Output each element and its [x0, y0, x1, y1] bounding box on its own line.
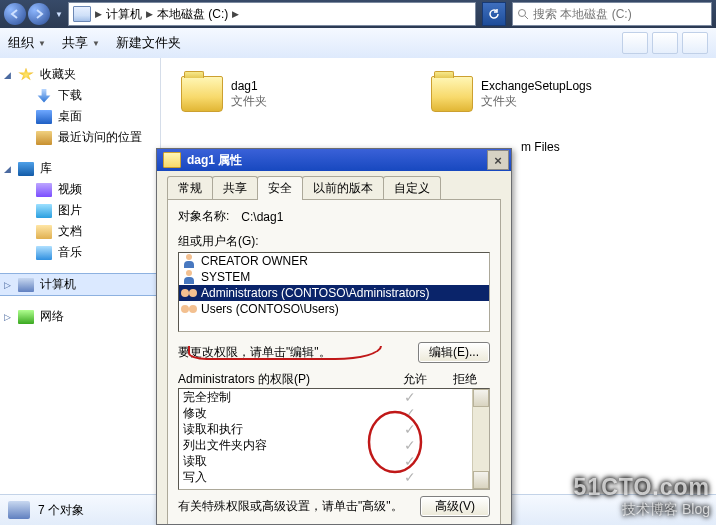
libraries-icon	[18, 162, 34, 176]
watermark: 51CTO.com 技术博客 Blog	[574, 474, 710, 519]
arrow-right-icon	[34, 9, 44, 19]
help-button[interactable]	[682, 32, 708, 54]
group-icon	[181, 302, 197, 316]
status-count: 7 个对象	[38, 502, 84, 519]
deny-header: 拒绝	[440, 371, 490, 388]
expand-icon: ◢	[4, 70, 11, 80]
chevron-down-icon: ▼	[92, 39, 100, 48]
user-icon	[181, 254, 197, 268]
nav-history-dropdown[interactable]: ▼	[52, 3, 66, 25]
folder-icon	[163, 152, 181, 168]
recent-icon	[36, 131, 52, 145]
tree-videos[interactable]: 视频	[0, 179, 160, 200]
computer-icon	[18, 278, 34, 292]
forward-button[interactable]	[28, 3, 50, 25]
tile-name: dag1	[231, 79, 267, 94]
document-icon	[36, 225, 52, 239]
navigation-bar: ▼ ▶ 计算机 ▶ 本地磁盘 (C:) ▶ 搜索 本地磁盘 (C:)	[0, 0, 716, 28]
object-name-value: C:\dag1	[241, 210, 283, 224]
expand-icon: ▷	[4, 312, 11, 322]
share-menu[interactable]: 共享▼	[62, 34, 100, 52]
picture-icon	[36, 204, 52, 218]
tab-previous[interactable]: 以前的版本	[302, 176, 384, 199]
tree-libraries[interactable]: ◢ 库	[0, 158, 160, 179]
allow-check-icon: ✓	[385, 422, 435, 436]
tab-custom[interactable]: 自定义	[383, 176, 441, 199]
tab-security[interactable]: 安全	[257, 176, 303, 200]
dialog-title: dag1 属性	[187, 152, 242, 169]
object-name-label: 对象名称:	[178, 208, 229, 225]
preview-pane-button[interactable]	[652, 32, 678, 54]
star-icon	[18, 68, 34, 82]
allow-check-icon: ✓	[385, 454, 435, 468]
crumb-drive-c[interactable]: 本地磁盘 (C:)	[157, 6, 228, 23]
refresh-button[interactable]	[482, 2, 506, 26]
arrow-left-icon	[10, 9, 20, 19]
principal-creator-owner[interactable]: CREATOR OWNER	[179, 253, 489, 269]
search-icon	[517, 8, 529, 20]
expand-icon: ◢	[4, 164, 11, 174]
allow-check-icon: ✓	[385, 406, 435, 420]
view-options-button[interactable]	[622, 32, 648, 54]
search-input[interactable]: 搜索 本地磁盘 (C:)	[512, 2, 712, 26]
svg-line-1	[525, 16, 528, 19]
drive-icon	[73, 6, 91, 22]
tree-music[interactable]: 音乐	[0, 242, 160, 263]
tile-name: ExchangeSetupLogs	[481, 79, 592, 94]
folder-tile-partial: m Files	[521, 140, 560, 155]
tree-favorites[interactable]: ◢ 收藏夹	[0, 64, 160, 85]
groups-label: 组或用户名(G):	[178, 233, 490, 250]
folder-tile-dag1[interactable]: dag1 文件夹	[181, 76, 267, 112]
edit-permissions-button[interactable]: 编辑(E)...	[418, 342, 490, 363]
allow-check-icon: ✓	[385, 438, 435, 452]
computer-icon	[8, 501, 30, 519]
network-icon	[18, 310, 34, 324]
download-icon	[36, 89, 52, 103]
tree-computer[interactable]: ▷ 计算机	[0, 273, 160, 296]
music-icon	[36, 246, 52, 260]
tree-pictures[interactable]: 图片	[0, 200, 160, 221]
principals-list[interactable]: CREATOR OWNER SYSTEM Administrators (CON…	[178, 252, 490, 332]
dialog-titlebar[interactable]: dag1 属性 ×	[157, 149, 511, 171]
tree-documents[interactable]: 文档	[0, 221, 160, 242]
principal-administrators[interactable]: Administrators (CONTOSO\Administrators)	[179, 285, 489, 301]
tree-recent[interactable]: 最近访问的位置	[0, 127, 160, 148]
chevron-right-icon: ▶	[146, 9, 153, 19]
allow-check-icon: ✓	[385, 390, 435, 404]
desktop-icon	[36, 110, 52, 124]
tree-downloads[interactable]: 下载	[0, 85, 160, 106]
principal-system[interactable]: SYSTEM	[179, 269, 489, 285]
security-panel: 对象名称: C:\dag1 组或用户名(G): CREATOR OWNER SY…	[167, 200, 501, 525]
video-icon	[36, 183, 52, 197]
user-icon	[181, 270, 197, 284]
tab-general[interactable]: 常规	[167, 176, 213, 199]
tab-share[interactable]: 共享	[212, 176, 258, 199]
dialog-tabs: 常规 共享 安全 以前的版本 自定义	[167, 177, 501, 200]
back-button[interactable]	[4, 3, 26, 25]
crumb-computer[interactable]: 计算机	[106, 6, 142, 23]
advanced-hint: 有关特殊权限或高级设置，请单击"高级"。	[178, 498, 408, 515]
allow-check-icon: ✓	[385, 470, 435, 484]
scrollbar[interactable]	[472, 389, 489, 489]
organize-menu[interactable]: 组织▼	[8, 34, 46, 52]
svg-point-0	[519, 10, 526, 17]
tree-network[interactable]: ▷ 网络	[0, 306, 160, 327]
chevron-down-icon: ▼	[38, 39, 46, 48]
close-button[interactable]: ×	[487, 150, 509, 170]
principal-users[interactable]: Users (CONTOSO\Users)	[179, 301, 489, 317]
tree-desktop[interactable]: 桌面	[0, 106, 160, 127]
allow-header: 允许	[390, 371, 440, 388]
folder-tile-exchange[interactable]: ExchangeSetupLogs 文件夹	[431, 76, 592, 112]
new-folder-button[interactable]: 新建文件夹	[116, 34, 181, 52]
refresh-icon	[488, 8, 500, 20]
navigation-tree[interactable]: ◢ 收藏夹 下载 桌面 最近访问的位置 ◢ 库 视频 图片 文档 音乐 ▷ 计算…	[0, 58, 161, 495]
folder-icon	[181, 76, 223, 112]
tile-type: 文件夹	[481, 94, 592, 109]
address-bar[interactable]: ▶ 计算机 ▶ 本地磁盘 (C:) ▶	[68, 2, 476, 26]
permissions-label: Administrators 的权限(P)	[178, 371, 390, 388]
permissions-list[interactable]: 完全控制✓ 修改✓ 读取和执行✓ 列出文件夹内容✓ 读取✓ 写入✓	[178, 388, 490, 490]
expand-icon: ▷	[4, 280, 11, 290]
folder-icon	[431, 76, 473, 112]
advanced-button[interactable]: 高级(V)	[420, 496, 490, 517]
command-bar: 组织▼ 共享▼ 新建文件夹	[0, 28, 716, 59]
